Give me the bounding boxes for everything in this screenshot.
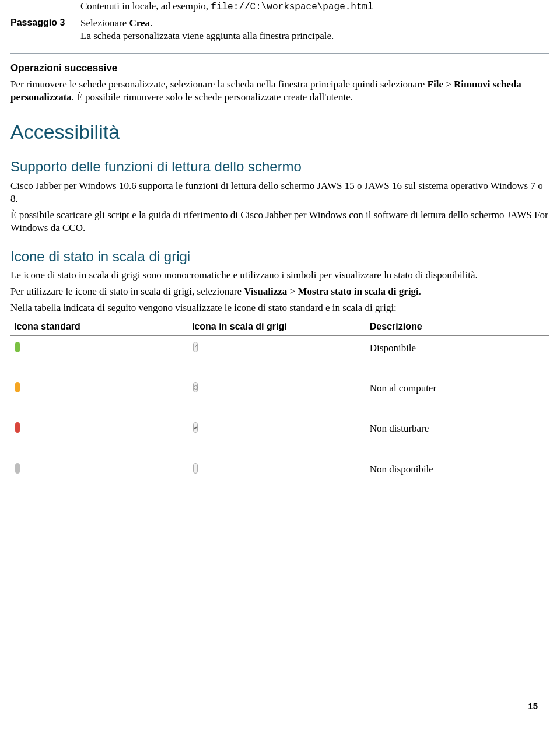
status-description: Non disturbare	[366, 416, 550, 457]
status-icon-away	[15, 382, 20, 392]
gray-p1: Le icone di stato in scala di grigi sono…	[10, 269, 550, 282]
standard-icon-cell	[10, 457, 188, 497]
screen-p1: Cisco Jabber per Windows 10.6 supporta l…	[10, 180, 550, 205]
icons-table: Icona standard Icona in scala di grigi D…	[10, 318, 550, 497]
step-3-body: Selezionare Crea. La scheda personalizza…	[80, 17, 550, 43]
th-grayscale: Icona in scala di grigi	[188, 318, 366, 336]
grayscale-icon-cell	[188, 457, 366, 497]
grayscale-icon-cell	[188, 336, 366, 376]
local-content-code: file://C:\workspace\page.html	[211, 2, 373, 12]
status-icon-unavail	[15, 463, 20, 474]
status-description: Non al computer	[366, 376, 550, 416]
step-3-label: Passaggio 3	[10, 17, 80, 43]
table-row: Non al computer	[10, 376, 550, 416]
table-row: Non disponibile	[10, 457, 550, 497]
gray-p2-b2: Mostra stato in scala di grigi	[298, 286, 418, 297]
standard-icon-cell	[10, 416, 188, 457]
status-icon-dnd	[15, 422, 20, 433]
th-description: Descrizione	[366, 318, 550, 336]
gray-p3: Nella tabella indicata di seguito vengon…	[10, 302, 550, 314]
standard-icon-cell	[10, 376, 188, 416]
status-icon-gray	[193, 382, 198, 392]
status-description: Disponibile	[366, 336, 550, 376]
step3-line1-pre: Selezionare	[80, 17, 130, 29]
status-icon-gray	[193, 342, 198, 352]
divider	[10, 53, 550, 54]
ops-paragraph: Per rimuovere le schede personalizzate, …	[10, 78, 550, 104]
ops-post: . È possibile rimuovere solo le schede p…	[72, 92, 353, 103]
gray-p2-pre: Per utilizzare le icone di stato in scal…	[10, 286, 244, 297]
ops-mid: >	[443, 79, 454, 90]
status-description: Non disponibile	[366, 457, 550, 497]
ops-bold1: File	[428, 79, 443, 90]
gray-p2: Per utilizzare le icone di stato in scal…	[10, 285, 550, 298]
step-3-row: Passaggio 3 Selezionare Crea. La scheda …	[10, 17, 550, 43]
th-standard: Icona standard	[10, 318, 188, 336]
table-row: Disponibile	[10, 336, 550, 376]
step3-line1-post: .	[150, 17, 152, 29]
status-icon-gray	[193, 422, 198, 433]
screen-p2: È possibile scaricare gli script e la gu…	[10, 209, 550, 234]
grayscale-icon-cell	[188, 416, 366, 457]
step3-line2: La scheda personalizzata viene aggiunta …	[80, 30, 334, 41]
ops-heading: Operazioni successive	[10, 62, 550, 75]
grayscale-icon-cell	[188, 376, 366, 416]
heading-accessibility: Accessibilità	[10, 119, 550, 145]
heading-grayscale-icons: Icone di stato in scala di grigi	[10, 247, 550, 265]
page-number: 15	[528, 700, 538, 712]
heading-screen-reader: Supporto delle funzioni di lettura dello…	[10, 157, 550, 176]
status-icon-gray	[193, 463, 198, 474]
local-content-prefix: Contenuti in locale, ad esempio,	[80, 1, 211, 12]
status-icon-available	[15, 342, 20, 352]
table-row: Non disturbare	[10, 416, 550, 457]
local-content-line: Contenuti in locale, ad esempio, file://…	[80, 0, 550, 13]
standard-icon-cell	[10, 336, 188, 376]
gray-p2-post: .	[419, 286, 421, 297]
ops-pre: Per rimuovere le schede personalizzate, …	[10, 79, 428, 90]
gray-p2-mid: >	[287, 286, 298, 297]
gray-p2-b1: Visualizza	[244, 286, 287, 297]
step3-line1-bold: Crea	[130, 17, 150, 29]
